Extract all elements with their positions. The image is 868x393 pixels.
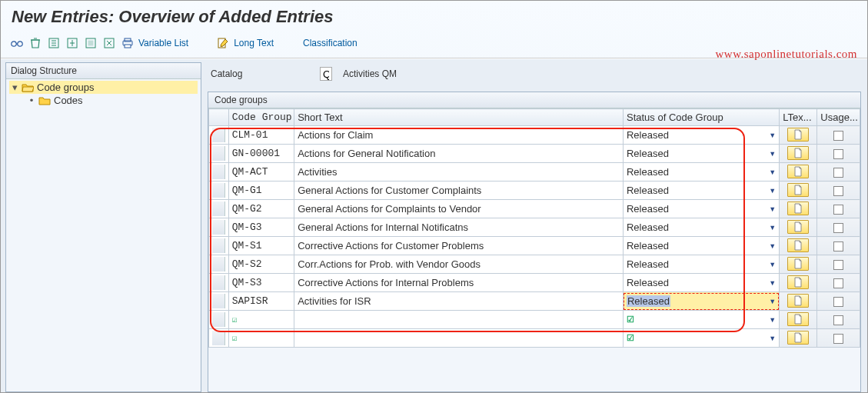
usage-checkbox[interactable] [833, 149, 843, 159]
cell-code-group[interactable]: QM-S3 [228, 274, 294, 292]
row-selector[interactable] [212, 238, 225, 253]
cell-short-text[interactable]: General Actions for Complaints to Vendor [294, 200, 624, 218]
usage-checkbox[interactable] [833, 278, 843, 288]
cell-status[interactable]: Released▼ [623, 237, 779, 255]
row-selector[interactable] [212, 220, 225, 235]
usage-checkbox[interactable] [833, 205, 843, 215]
long-text-button[interactable] [787, 275, 809, 289]
usage-checkbox[interactable] [833, 223, 843, 233]
cell-status[interactable]: Released▼ [623, 200, 779, 218]
trash-icon[interactable] [28, 36, 42, 50]
dropdown-icon[interactable]: ▼ [769, 316, 776, 324]
row-selector[interactable] [212, 312, 225, 327]
cell-code-group[interactable]: QM-S2 [228, 255, 294, 274]
collapse-all-icon[interactable] [65, 36, 79, 50]
tree-toggle-icon[interactable]: ▾ [11, 82, 18, 93]
cell-short-text[interactable] [294, 311, 624, 329]
long-text-button[interactable] [787, 128, 809, 142]
cell-code-group[interactable]: CLM-01 [228, 126, 294, 145]
cell-status[interactable]: Released▼ [623, 292, 779, 311]
cell-short-text[interactable]: Corr.Actions for Prob. with Vendor Goods [294, 255, 624, 274]
long-text-button[interactable]: Long Text [216, 36, 281, 50]
row-selector[interactable] [212, 294, 225, 308]
col-code-group-header[interactable]: Code Group [228, 109, 294, 126]
deselect-all-icon[interactable] [102, 36, 116, 50]
usage-checkbox[interactable] [833, 297, 843, 307]
cell-code-group[interactable]: QM-ACT [228, 163, 294, 182]
classification-button[interactable]: Classification [301, 38, 365, 48]
cell-status[interactable]: Released▼ [623, 163, 779, 182]
cell-code-group[interactable]: QM-G3 [228, 218, 294, 237]
cell-code-group[interactable]: GN-00001 [228, 145, 294, 163]
cell-short-text[interactable]: General Actions for Customer Complaints [294, 182, 624, 200]
row-selector[interactable] [212, 146, 225, 161]
long-text-button[interactable] [787, 312, 809, 326]
col-usage-header[interactable]: Usage... [817, 109, 860, 126]
cell-short-text[interactable]: Actions for General Notification [294, 145, 624, 163]
cell-code-group[interactable]: QM-G1 [228, 182, 294, 200]
long-text-button[interactable] [787, 165, 809, 178]
col-short-text-header[interactable]: Short Text [294, 109, 624, 126]
cell-status[interactable]: Released▼ [623, 218, 779, 237]
row-selector[interactable] [212, 201, 225, 216]
tree-node-codes[interactable]: • Codes [9, 94, 198, 107]
cell-status[interactable]: Released▼ [623, 126, 779, 145]
usage-checkbox[interactable] [833, 241, 843, 251]
dropdown-icon[interactable]: ▼ [769, 335, 776, 342]
dropdown-icon[interactable]: ▼ [769, 168, 776, 176]
cell-code-group[interactable]: QM-S1 [228, 237, 294, 255]
cell-status[interactable]: Released▼ [623, 255, 779, 274]
long-text-button[interactable] [787, 146, 809, 160]
cell-status[interactable]: Released▼ [623, 182, 779, 200]
usage-checkbox[interactable] [833, 168, 843, 178]
cell-code-group[interactable]: QM-G2 [228, 200, 294, 218]
usage-checkbox[interactable] [833, 186, 843, 196]
cell-code-group[interactable]: ☑ [228, 329, 294, 348]
row-selector[interactable] [212, 128, 225, 142]
dropdown-icon[interactable]: ▼ [769, 298, 776, 305]
row-selector[interactable] [212, 165, 225, 179]
dropdown-icon[interactable]: ▼ [769, 187, 776, 195]
cell-status[interactable]: Released▼ [623, 274, 779, 292]
long-text-button[interactable] [787, 183, 809, 197]
row-selector[interactable] [212, 183, 225, 198]
glasses-icon[interactable] [10, 36, 24, 50]
cell-short-text[interactable] [294, 329, 624, 348]
usage-checkbox[interactable] [833, 131, 843, 141]
cell-status[interactable]: ☑▼ [623, 311, 779, 329]
col-ltext-header[interactable]: LTex... [780, 109, 817, 126]
col-selector-header[interactable] [209, 109, 229, 126]
cell-short-text[interactable]: Activities [294, 163, 624, 182]
row-selector[interactable] [212, 257, 225, 271]
cell-short-text[interactable]: General Actions for Internal Notificatns [294, 218, 624, 237]
col-status-header[interactable]: Status of Code Group [623, 109, 779, 126]
variable-list-button[interactable]: Variable List [121, 36, 196, 50]
dropdown-icon[interactable]: ▼ [769, 279, 776, 287]
row-selector[interactable] [212, 331, 225, 345]
cell-short-text[interactable]: Activities for ISR [294, 292, 624, 311]
dropdown-icon[interactable]: ▼ [769, 242, 776, 250]
catalog-input[interactable] [320, 67, 332, 81]
long-text-button[interactable] [787, 220, 809, 234]
select-block-icon[interactable] [84, 36, 98, 50]
long-text-button[interactable] [787, 331, 809, 345]
dropdown-icon[interactable]: ▼ [769, 224, 776, 231]
cell-short-text[interactable]: Corrective Actions for Internal Problems [294, 274, 624, 292]
dropdown-icon[interactable]: ▼ [769, 132, 776, 139]
usage-checkbox[interactable] [833, 260, 843, 270]
row-selector[interactable] [212, 275, 225, 290]
long-text-button[interactable] [787, 257, 809, 271]
cell-code-group[interactable]: SAPISR [228, 292, 294, 311]
dropdown-icon[interactable]: ▼ [769, 205, 776, 213]
cell-short-text[interactable]: Corrective Actions for Customer Problems [294, 237, 624, 255]
long-text-button[interactable] [787, 294, 809, 308]
tree-node-code-groups[interactable]: ▾ Code groups [9, 81, 198, 94]
dropdown-icon[interactable]: ▼ [769, 261, 776, 268]
cell-short-text[interactable]: Actions for Claim [294, 126, 624, 145]
dropdown-icon[interactable]: ▼ [769, 150, 776, 158]
usage-checkbox[interactable] [833, 334, 843, 344]
usage-checkbox[interactable] [833, 315, 843, 325]
long-text-button[interactable] [787, 201, 809, 215]
long-text-button[interactable] [787, 238, 809, 252]
cell-code-group[interactable]: ☑ [228, 311, 294, 329]
